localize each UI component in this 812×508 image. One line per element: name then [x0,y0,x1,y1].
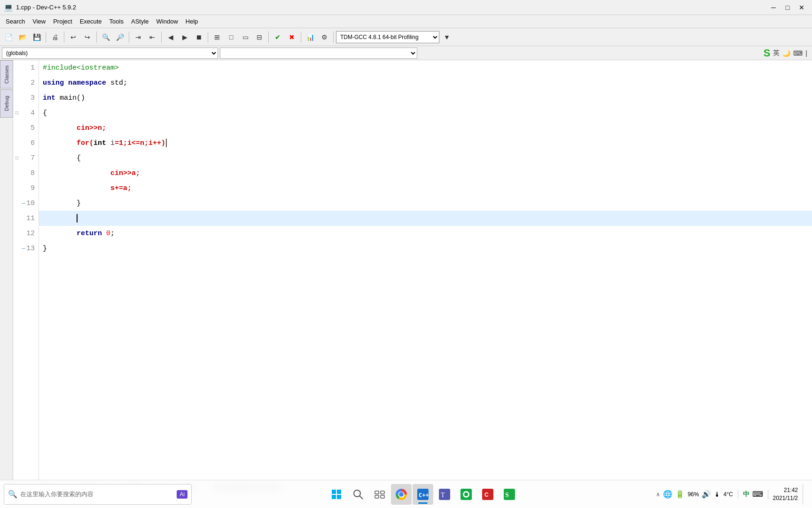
line-num-2: 2 [13,75,39,90]
text-cursor [77,214,78,222]
fold-btn-4[interactable]: □ [13,109,21,117]
taskbar-search-icon [352,489,364,500]
taskbar-icons: C++ T C [195,484,650,505]
replace-button[interactable]: 🔎 [113,31,126,44]
open-button[interactable]: 📂 [16,31,29,44]
svg-text:S: S [505,492,509,499]
chrome-button[interactable] [391,484,412,505]
line-num-13: ─ 13 [13,241,39,256]
layout4-button[interactable]: ⊟ [253,31,266,44]
maximize-button[interactable]: □ [781,2,794,13]
code-cin2: cin>>a; [110,169,140,177]
stop-button[interactable]: ⏹ [192,31,205,44]
code-line-4: { [39,105,812,120]
toolbar-separator-2 [64,32,64,43]
unindent-button[interactable]: ⇤ [146,31,159,44]
ime-keyboard-icon: ⌨ [793,49,803,57]
svg-rect-2 [332,495,336,499]
layout2-button[interactable]: □ [225,31,238,44]
expand-tray-icon[interactable]: ∧ [656,491,660,498]
compile-back-button[interactable]: ◀ [164,31,177,44]
globals-select[interactable]: (globals) [2,48,218,59]
line-num-5: 5 [13,120,39,135]
side-tab-classes[interactable]: Classes [0,60,13,88]
search-bar[interactable]: 🔍 在这里输入你要搜索的内容 Ai [4,484,192,505]
devcpp-taskbar-button[interactable]: C++ [413,484,433,505]
code-s: s+=a; [110,184,132,192]
compiler-dropdown-button[interactable]: ▼ [440,31,453,44]
save-button[interactable]: 💾 [30,31,43,44]
svg-text:C: C [484,492,489,498]
svg-rect-0 [332,490,336,494]
window-title: 1.cpp - Dev-C++ 5.9.2 [16,4,767,11]
indent-button[interactable]: ⇥ [132,31,145,44]
code-int: int [43,94,55,102]
compile-forward-button[interactable]: ▶ [178,31,191,44]
new-button[interactable]: 📄 [2,31,15,44]
app1-taskbar-button[interactable]: T [434,484,455,505]
teams-icon: T [438,488,451,501]
temp-icon: 🌡 [714,491,720,498]
chart-button[interactable]: 📊 [304,31,317,44]
build-button[interactable]: ✖ [285,31,298,44]
devcpp-icon: C++ [416,488,429,501]
print-button[interactable]: 🖨 [48,31,62,44]
line-numbers: 1 2 3 □ 4 5 6 □ 7 8 9 ─ 10 11 12 ─ 13 [13,60,39,480]
temp-value: 4°C [723,491,733,498]
svg-text:C++: C++ [419,492,429,499]
minimize-button[interactable]: ─ [767,2,780,13]
sogou-taskbar-button[interactable]: S [499,484,520,505]
symbol-select[interactable] [220,48,417,59]
line-num-6: 6 [13,135,39,151]
line-num-1: 1 [13,60,39,75]
line-num-11: 11 [13,211,39,226]
menu-astyle[interactable]: AStyle [127,17,153,26]
fold-btn-7[interactable]: □ [13,154,21,162]
code-area[interactable]: #include<iostream> using namespace std; … [39,60,812,480]
search-button[interactable]: 🔍 [99,31,112,44]
start-button[interactable] [326,484,347,505]
svg-rect-6 [375,491,379,494]
close-button[interactable]: ✕ [795,2,808,13]
line-num-8: 8 [13,166,39,181]
line-num-4: □ 4 [13,105,39,120]
code-for: for( [77,139,94,147]
menu-search[interactable]: Search [2,17,29,26]
toolbar-separator-9 [333,32,334,43]
menu-window[interactable]: Window [153,17,182,26]
menu-project[interactable]: Project [49,17,76,26]
undo-button[interactable]: ↩ [67,31,80,44]
line-num-3: 3 [13,90,39,105]
app3-taskbar-button[interactable]: C [477,484,498,505]
show-desktop-button[interactable] [803,484,806,505]
layout1-button[interactable]: ⊞ [211,31,224,44]
menu-execute[interactable]: Execute [76,17,106,26]
task-view-button[interactable] [369,484,390,505]
check-button[interactable]: ✔ [271,31,284,44]
svg-point-4 [354,490,360,497]
menubar: Search View Project Execute Tools AStyle… [0,15,812,28]
taskbar-search-button[interactable] [348,484,368,505]
menu-view[interactable]: View [29,17,49,26]
line-num-7: □ 7 [13,151,39,166]
code-line-7: { [39,151,812,166]
ai-button[interactable]: Ai [177,490,187,499]
code-line-11 [39,211,812,226]
layout3-button[interactable]: ▭ [239,31,252,44]
toolbar: 📄 📂 💾 🖨 ↩ ↪ 🔍 🔎 ⇥ ⇤ ◀ ▶ ⏹ ⊞ □ ▭ ⊟ ✔ ✖ 📊 … [0,28,812,46]
editor-main[interactable]: 1 2 3 □ 4 5 6 □ 7 8 9 ─ 10 11 12 ─ 13 [13,60,812,480]
compiler-select[interactable]: TDM-GCC 4.8.1 64-bit Profiling [336,31,439,43]
app2-taskbar-button[interactable] [456,484,476,505]
menu-help[interactable]: Help [182,17,202,26]
side-tab-debug[interactable]: Debug [0,89,13,118]
titlebar: 💻 1.cpp - Dev-C++ 5.9.2 ─ □ ✕ [0,0,812,15]
redo-button[interactable]: ↪ [81,31,94,44]
gear-button[interactable]: ⚙ [318,31,331,44]
code-line-9: s+=a; [39,181,812,196]
code-return: return [77,230,102,238]
code-line-8: cin>>a; [39,166,812,181]
toolbar2: (globals) [0,46,812,60]
menu-tools[interactable]: Tools [106,17,127,26]
clock[interactable]: 21:42 2021/11/2 [773,486,798,502]
clock-date: 2021/11/2 [773,494,798,502]
